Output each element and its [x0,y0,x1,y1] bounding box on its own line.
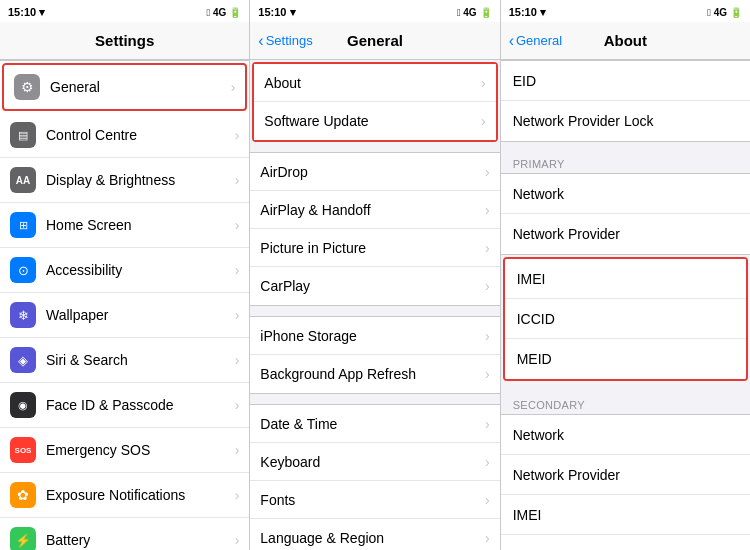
general-item-datetime[interactable]: Date & Time › [250,405,499,443]
storage-chevron: › [485,328,490,344]
about-item-imei-secondary[interactable]: IMEI [501,495,750,535]
primary-header: PRIMARY [501,152,750,173]
bgrefresh-chevron: › [485,366,490,382]
general-item-language[interactable]: Language & Region › [250,519,499,550]
display-icon: AA [10,167,36,193]
datetime-chevron: › [485,416,490,432]
nav-back-3[interactable]: ‹ General [509,32,563,50]
general-item-software[interactable]: Software Update › [254,102,495,140]
language-label: Language & Region [260,530,481,546]
about-item-netprovider-primary[interactable]: Network Provider [501,214,750,254]
general-item-airplay[interactable]: AirPlay & Handoff › [250,191,499,229]
status-bar-1: 15:10 ▾  4G 🔋 [0,0,249,22]
back-arrow-3: ‹ [509,32,514,50]
fonts-chevron: › [485,492,490,508]
airplay-chevron: › [485,202,490,218]
wallpaper-label: Wallpaper [46,307,231,323]
status-bar-3: 15:10 ▾  4G 🔋 [501,0,750,22]
nav-bar-1: Settings [0,22,249,60]
settings-item-access[interactable]: ⊙ Accessibility › [0,248,249,293]
settings-item-display[interactable]: AA Display & Brightness › [0,158,249,203]
home-chevron: › [235,217,240,233]
settings-item-control[interactable]: ▤ Control Centre › [0,113,249,158]
back-arrow-2: ‹ [258,32,263,50]
general-label: General [50,79,227,95]
iccid-primary-label: ICCID [517,311,555,327]
network-primary-label: Network [513,186,564,202]
sos-icon: SOS [10,437,36,463]
battery-icon-1: 🔋 [229,7,241,18]
signal-icon-1:  4G [207,7,227,18]
general-item-storage[interactable]: iPhone Storage › [250,317,499,355]
time-3: 15:10 ▾ [509,6,546,19]
general-item-fonts[interactable]: Fonts › [250,481,499,519]
general-section-datetime: Date & Time › Keyboard › Fonts › Languag… [250,404,499,550]
software-label: Software Update [264,113,477,129]
settings-item-general[interactable]: ⚙ General › [2,63,247,111]
language-chevron: › [485,530,490,546]
about-scroll[interactable]: EID Network Provider Lock PRIMARY Networ… [501,60,750,550]
nav-bar-2: ‹ Settings General [250,22,499,60]
general-section-about: About › Software Update › [252,62,497,142]
about-item-meid-primary[interactable]: MEID [505,339,746,379]
general-scroll[interactable]: About › Software Update › AirDrop › AirP… [250,60,499,550]
status-bar-2: 15:10 ▾  4G 🔋 [250,0,499,22]
access-label: Accessibility [46,262,231,278]
pip-label: Picture in Picture [260,240,481,256]
time-1: 15:10 ▾ [8,6,45,19]
meid-primary-label: MEID [517,351,552,367]
about-item-netlockp[interactable]: Network Provider Lock [501,101,750,141]
general-item-airdrop[interactable]: AirDrop › [250,153,499,191]
about-item-eid[interactable]: EID [501,61,750,101]
nav-title-1: Settings [95,32,154,49]
status-icons-3:  4G 🔋 [707,7,742,18]
exposure-chevron: › [235,487,240,503]
netprovider-secondary-label: Network Provider [513,467,620,483]
signal-icon-2:  4G [457,7,477,18]
time-2: 15:10 ▾ [258,6,295,19]
wallpaper-chevron: › [235,307,240,323]
about-item-network-primary[interactable]: Network [501,174,750,214]
datetime-label: Date & Time [260,416,481,432]
keyboard-label: Keyboard [260,454,481,470]
control-icon: ▤ [10,122,36,148]
back-label-2: Settings [266,33,313,48]
pip-chevron: › [485,240,490,256]
airplay-label: AirPlay & Handoff [260,202,481,218]
sos-chevron: › [235,442,240,458]
general-section-storage: iPhone Storage › Background App Refresh … [250,316,499,394]
settings-item-sos[interactable]: SOS Emergency SOS › [0,428,249,473]
imei-primary-label: IMEI [517,271,546,287]
settings-scroll[interactable]: ⚙ General › ▤ Control Centre › AA Displa… [0,60,249,550]
settings-item-faceid[interactable]: ◉ Face ID & Passcode › [0,383,249,428]
general-item-about[interactable]: About › [254,64,495,102]
about-item-imei-primary[interactable]: IMEI [505,259,746,299]
general-item-bgrefresh[interactable]: Background App Refresh › [250,355,499,393]
highlighted-ids-section: IMEI ICCID MEID [503,257,748,381]
settings-item-battery[interactable]: ⚡ Battery › [0,518,249,550]
nav-back-2[interactable]: ‹ Settings [258,32,312,50]
siri-label: Siri & Search [46,352,231,368]
about-item-netprovider-secondary[interactable]: Network Provider [501,455,750,495]
about-section-primary: Network Network Provider [501,173,750,255]
about-item-iccid-secondary[interactable]: ICCID [501,535,750,550]
netlockp-label: Network Provider Lock [513,113,654,129]
siri-chevron: › [235,352,240,368]
general-item-carplay[interactable]: CarPlay › [250,267,499,305]
about-item-network-secondary[interactable]: Network [501,415,750,455]
settings-item-home[interactable]: ⊞ Home Screen › [0,203,249,248]
general-item-pip[interactable]: Picture in Picture › [250,229,499,267]
battery-label: Battery [46,532,231,548]
settings-item-exposure[interactable]: ✿ Exposure Notifications › [0,473,249,518]
settings-item-wallpaper[interactable]: ❄ Wallpaper › [0,293,249,338]
about-item-iccid-primary[interactable]: ICCID [505,299,746,339]
about-section-top: EID Network Provider Lock [501,60,750,142]
access-chevron: › [235,262,240,278]
about-panel: 15:10 ▾  4G 🔋 ‹ General About EID Netwo… [501,0,750,550]
settings-item-siri[interactable]: ◈ Siri & Search › [0,338,249,383]
general-item-keyboard[interactable]: Keyboard › [250,443,499,481]
about-section-secondary: Network Network Provider IMEI ICCID MEID [501,414,750,550]
home-label: Home Screen [46,217,231,233]
nav-title-2: General [347,32,403,49]
battery-icon: ⚡ [10,527,36,550]
